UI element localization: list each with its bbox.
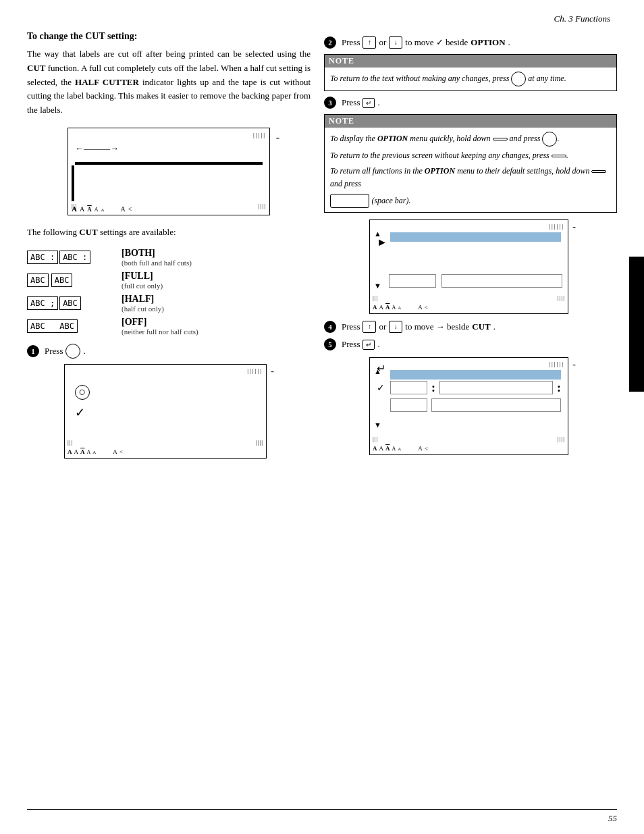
minus-sign: - xyxy=(276,132,279,144)
label-diagram: ||||| - ←———→ ||| |||| A A Ā A A xyxy=(68,128,270,215)
enter-key-3[interactable]: ↵ xyxy=(363,98,375,108)
step2-line: 2 Press ↑ or ↓ to move ✓ beside OPTION. xyxy=(324,36,617,49)
screen3-container: |||||| - ↵ ▲ ▼ ✓ : xyxy=(369,357,572,455)
cut-row-full: ABC ABC [FULL] (full cut only) xyxy=(27,271,311,290)
up-key[interactable]: ↑ xyxy=(363,36,376,49)
screen3-blue-bar xyxy=(390,370,561,380)
sbox3 xyxy=(390,398,427,412)
esc-key-note[interactable] xyxy=(552,155,566,157)
step1-text: Press xyxy=(45,346,63,357)
step5-number: 5 xyxy=(324,338,336,350)
cut-symbol-half: ABC ; ABC xyxy=(27,296,115,310)
screen3-boxes: : : xyxy=(390,381,561,395)
label-diagram-container: ||||| - ←———→ ||| |||| A A Ā A A xyxy=(64,128,273,215)
step1-line: 1 Press . xyxy=(27,344,311,359)
step5-text: Press xyxy=(342,339,360,350)
escape-key[interactable] xyxy=(511,72,526,86)
step4-action: to move → beside xyxy=(405,321,469,332)
screen2-boxes xyxy=(389,274,562,288)
screen3-font-row: A A A A A A < xyxy=(373,445,565,452)
step5-line: 5 Press ↵ . xyxy=(324,338,617,350)
left-column: To change the CUT setting: The way that … xyxy=(27,31,311,463)
sbox1 xyxy=(390,381,427,394)
chapter-title: Ch. 3 Functions xyxy=(554,14,610,24)
screen2-tri-up: ▲ xyxy=(374,230,381,238)
screen3: |||||| - ↵ ▲ ▼ ✓ : xyxy=(369,357,568,455)
screen2-strip: ||| |||| xyxy=(373,294,565,301)
note2-box: NOTE To display the OPTION menu quickly,… xyxy=(324,114,617,213)
cut-label-both: [BOTH] (both full and half cuts) xyxy=(122,248,192,267)
note2-header: NOTE xyxy=(325,115,616,128)
down-key[interactable]: ↓ xyxy=(389,36,402,49)
step2-number: 2 xyxy=(324,36,336,49)
screen3-tape: |||||| xyxy=(549,361,564,367)
step2-option: OPTION xyxy=(471,37,505,48)
screen2-tri-down: ▼ xyxy=(374,282,381,290)
cut-settings-intro: The following CUT settings are available… xyxy=(27,226,311,240)
screen1-bottom-strip: ||| |||| xyxy=(68,439,263,446)
screen1-circle: ○ xyxy=(75,385,90,400)
step4-number: 4 xyxy=(324,321,336,333)
step4-line: 4 Press ↑ or ↓ to move → beside CUT. xyxy=(324,321,617,333)
space-key-note[interactable] xyxy=(330,194,369,209)
screen2-tape: |||||| xyxy=(549,223,564,230)
cut-symbol-off: ABC ABC xyxy=(27,319,115,333)
screen2-font-row: A A A A A A < xyxy=(373,304,565,311)
step3-text: Press xyxy=(342,97,360,108)
enter-key-5[interactable]: ↵ xyxy=(363,340,375,350)
screen1: |||||| - ○ ✓ ||| |||| A A A A A xyxy=(64,364,267,459)
note2-body: To display the OPTION menu quickly, hold… xyxy=(325,128,616,212)
screen3-strip: ||| |||| xyxy=(373,436,565,442)
screen1-tape: |||||| xyxy=(247,367,263,374)
chapter-tab xyxy=(629,257,644,392)
left-border xyxy=(72,165,74,201)
main-content: To change the CUT setting: The way that … xyxy=(27,31,617,463)
note1-box: NOTE To return to the text without makin… xyxy=(324,54,617,91)
cut-row-off: ABC ABC [OFF] (neither full nor half cut… xyxy=(27,317,311,336)
step4-cut: CUT xyxy=(472,321,490,332)
shift-key-note2[interactable] xyxy=(591,170,606,173)
screen2: |||||| - ► ▲ ▼ xyxy=(369,219,568,314)
right-column: 2 Press ↑ or ↓ to move ✓ beside OPTION. … xyxy=(324,31,617,462)
menu-key[interactable] xyxy=(65,344,80,359)
screen3-boxes2 xyxy=(390,398,561,412)
screen2-container: |||||| - ► ▲ ▼ xyxy=(369,219,572,314)
cut-symbol-both: ABC : ABC : xyxy=(27,251,115,264)
screen1-container: |||||| - ○ ✓ ||| |||| A A A A A xyxy=(64,364,273,459)
font-row: A A Ā A A A < xyxy=(72,205,266,213)
cut-label-off: [OFF] (neither full nor half cuts) xyxy=(122,317,198,336)
sbox2 xyxy=(439,381,553,394)
box2 xyxy=(441,274,562,288)
step5-period: . xyxy=(377,339,379,350)
screen1-minus: - xyxy=(271,366,274,377)
box1 xyxy=(389,274,436,288)
step2-text: Press xyxy=(342,37,360,48)
page-footer: 55 xyxy=(27,809,617,824)
step4-or: or xyxy=(379,321,386,332)
shift-key-note[interactable] xyxy=(493,138,508,140)
screen2-arrow: ► xyxy=(377,236,387,249)
option-key-note[interactable] xyxy=(542,132,557,147)
screen2-blue-bar xyxy=(390,232,561,242)
cut-row-half: ABC ; ABC [HALF] (half cut only) xyxy=(27,294,311,313)
step2-or: or xyxy=(379,37,386,48)
page-number: 55 xyxy=(608,813,617,824)
arrow-line: ←———→ xyxy=(75,143,119,154)
screen3-minus: - xyxy=(572,359,576,370)
note1-header: NOTE xyxy=(325,55,616,68)
cut-label-half: [HALF] (half cut only) xyxy=(122,294,164,313)
page: Ch. 3 Functions To change the CUT settin… xyxy=(0,0,644,834)
screen2-minus: - xyxy=(572,221,576,232)
tape-indicator: ||||| xyxy=(253,132,266,138)
step1-number: 1 xyxy=(27,345,39,357)
step2-action: to move ✓ beside xyxy=(405,37,468,48)
thick-line xyxy=(75,162,263,165)
cut-symbol-full: ABC ABC xyxy=(27,273,115,287)
step4-text: Press xyxy=(342,321,360,332)
page-header: Ch. 3 Functions xyxy=(27,14,617,24)
screen3-tri-down: ▼ xyxy=(374,421,381,429)
intro-paragraph: The way that labels are cut off after be… xyxy=(27,47,311,118)
up-key-4[interactable]: ↑ xyxy=(363,321,376,333)
down-key-4[interactable]: ↓ xyxy=(389,321,402,333)
cut-row-both: ABC : ABC : [BOTH] (both full and half c… xyxy=(27,248,311,267)
